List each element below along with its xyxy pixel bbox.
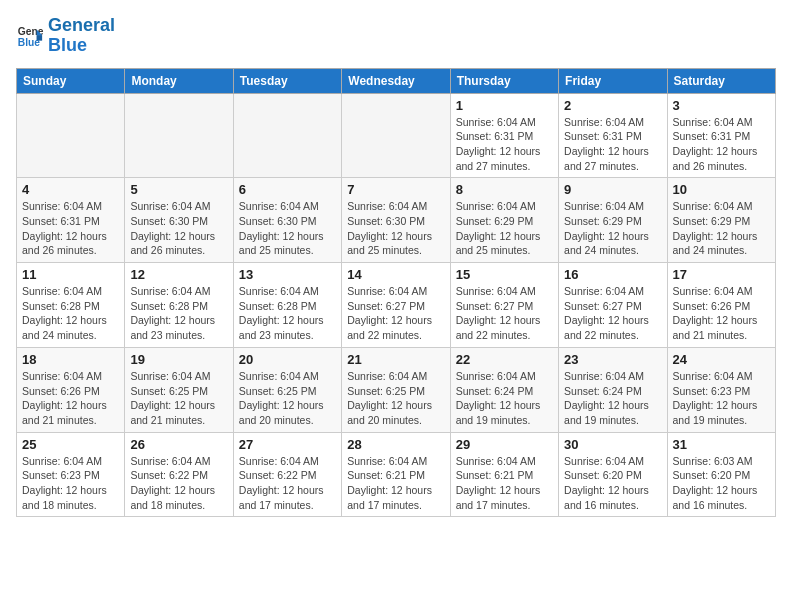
- day-info: Sunrise: 6:04 AMSunset: 6:28 PMDaylight:…: [239, 284, 336, 343]
- day-number: 11: [22, 267, 119, 282]
- page-header: General Blue General Blue: [16, 16, 776, 56]
- day-info: Sunrise: 6:04 AMSunset: 6:26 PMDaylight:…: [673, 284, 770, 343]
- weekday-header-monday: Monday: [125, 68, 233, 93]
- calendar-week-row: 1Sunrise: 6:04 AMSunset: 6:31 PMDaylight…: [17, 93, 776, 178]
- day-number: 12: [130, 267, 227, 282]
- calendar-cell: 30Sunrise: 6:04 AMSunset: 6:20 PMDayligh…: [559, 432, 667, 517]
- day-info: Sunrise: 6:04 AMSunset: 6:21 PMDaylight:…: [347, 454, 444, 513]
- day-info: Sunrise: 6:03 AMSunset: 6:20 PMDaylight:…: [673, 454, 770, 513]
- day-number: 2: [564, 98, 661, 113]
- day-number: 4: [22, 182, 119, 197]
- calendar-cell: [125, 93, 233, 178]
- day-info: Sunrise: 6:04 AMSunset: 6:21 PMDaylight:…: [456, 454, 553, 513]
- logo-text: General Blue: [48, 16, 115, 56]
- calendar-cell: 23Sunrise: 6:04 AMSunset: 6:24 PMDayligh…: [559, 347, 667, 432]
- day-info: Sunrise: 6:04 AMSunset: 6:30 PMDaylight:…: [239, 199, 336, 258]
- weekday-header-wednesday: Wednesday: [342, 68, 450, 93]
- weekday-header-thursday: Thursday: [450, 68, 558, 93]
- day-info: Sunrise: 6:04 AMSunset: 6:24 PMDaylight:…: [564, 369, 661, 428]
- day-number: 1: [456, 98, 553, 113]
- logo-icon: General Blue: [16, 22, 44, 50]
- day-info: Sunrise: 6:04 AMSunset: 6:31 PMDaylight:…: [456, 115, 553, 174]
- calendar-cell: 18Sunrise: 6:04 AMSunset: 6:26 PMDayligh…: [17, 347, 125, 432]
- calendar-cell: 21Sunrise: 6:04 AMSunset: 6:25 PMDayligh…: [342, 347, 450, 432]
- day-info: Sunrise: 6:04 AMSunset: 6:31 PMDaylight:…: [22, 199, 119, 258]
- day-number: 28: [347, 437, 444, 452]
- day-info: Sunrise: 6:04 AMSunset: 6:30 PMDaylight:…: [130, 199, 227, 258]
- calendar-cell: 16Sunrise: 6:04 AMSunset: 6:27 PMDayligh…: [559, 263, 667, 348]
- day-number: 18: [22, 352, 119, 367]
- calendar-cell: 12Sunrise: 6:04 AMSunset: 6:28 PMDayligh…: [125, 263, 233, 348]
- calendar-cell: 27Sunrise: 6:04 AMSunset: 6:22 PMDayligh…: [233, 432, 341, 517]
- calendar-cell: 25Sunrise: 6:04 AMSunset: 6:23 PMDayligh…: [17, 432, 125, 517]
- day-number: 26: [130, 437, 227, 452]
- calendar-cell: [342, 93, 450, 178]
- day-info: Sunrise: 6:04 AMSunset: 6:22 PMDaylight:…: [130, 454, 227, 513]
- day-number: 5: [130, 182, 227, 197]
- day-number: 27: [239, 437, 336, 452]
- day-number: 19: [130, 352, 227, 367]
- day-info: Sunrise: 6:04 AMSunset: 6:27 PMDaylight:…: [456, 284, 553, 343]
- day-info: Sunrise: 6:04 AMSunset: 6:22 PMDaylight:…: [239, 454, 336, 513]
- calendar-cell: 29Sunrise: 6:04 AMSunset: 6:21 PMDayligh…: [450, 432, 558, 517]
- day-number: 9: [564, 182, 661, 197]
- calendar-cell: 26Sunrise: 6:04 AMSunset: 6:22 PMDayligh…: [125, 432, 233, 517]
- logo: General Blue General Blue: [16, 16, 115, 56]
- day-info: Sunrise: 6:04 AMSunset: 6:23 PMDaylight:…: [673, 369, 770, 428]
- calendar-cell: 2Sunrise: 6:04 AMSunset: 6:31 PMDaylight…: [559, 93, 667, 178]
- weekday-header-row: SundayMondayTuesdayWednesdayThursdayFrid…: [17, 68, 776, 93]
- calendar-week-row: 11Sunrise: 6:04 AMSunset: 6:28 PMDayligh…: [17, 263, 776, 348]
- day-number: 6: [239, 182, 336, 197]
- day-number: 20: [239, 352, 336, 367]
- day-number: 10: [673, 182, 770, 197]
- day-info: Sunrise: 6:04 AMSunset: 6:25 PMDaylight:…: [239, 369, 336, 428]
- calendar-cell: 4Sunrise: 6:04 AMSunset: 6:31 PMDaylight…: [17, 178, 125, 263]
- calendar-cell: 20Sunrise: 6:04 AMSunset: 6:25 PMDayligh…: [233, 347, 341, 432]
- calendar-cell: [233, 93, 341, 178]
- day-info: Sunrise: 6:04 AMSunset: 6:29 PMDaylight:…: [456, 199, 553, 258]
- day-number: 25: [22, 437, 119, 452]
- day-number: 30: [564, 437, 661, 452]
- calendar-table: SundayMondayTuesdayWednesdayThursdayFrid…: [16, 68, 776, 518]
- day-number: 17: [673, 267, 770, 282]
- day-number: 8: [456, 182, 553, 197]
- calendar-cell: 7Sunrise: 6:04 AMSunset: 6:30 PMDaylight…: [342, 178, 450, 263]
- day-info: Sunrise: 6:04 AMSunset: 6:23 PMDaylight:…: [22, 454, 119, 513]
- day-info: Sunrise: 6:04 AMSunset: 6:29 PMDaylight:…: [673, 199, 770, 258]
- day-info: Sunrise: 6:04 AMSunset: 6:26 PMDaylight:…: [22, 369, 119, 428]
- svg-marker-3: [37, 35, 43, 41]
- day-number: 13: [239, 267, 336, 282]
- day-info: Sunrise: 6:04 AMSunset: 6:28 PMDaylight:…: [130, 284, 227, 343]
- weekday-header-sunday: Sunday: [17, 68, 125, 93]
- day-info: Sunrise: 6:04 AMSunset: 6:30 PMDaylight:…: [347, 199, 444, 258]
- calendar-week-row: 4Sunrise: 6:04 AMSunset: 6:31 PMDaylight…: [17, 178, 776, 263]
- day-info: Sunrise: 6:04 AMSunset: 6:31 PMDaylight:…: [673, 115, 770, 174]
- day-number: 29: [456, 437, 553, 452]
- weekday-header-friday: Friday: [559, 68, 667, 93]
- calendar-cell: 14Sunrise: 6:04 AMSunset: 6:27 PMDayligh…: [342, 263, 450, 348]
- day-info: Sunrise: 6:04 AMSunset: 6:25 PMDaylight:…: [130, 369, 227, 428]
- calendar-cell: 11Sunrise: 6:04 AMSunset: 6:28 PMDayligh…: [17, 263, 125, 348]
- day-number: 24: [673, 352, 770, 367]
- calendar-cell: 24Sunrise: 6:04 AMSunset: 6:23 PMDayligh…: [667, 347, 775, 432]
- calendar-week-row: 18Sunrise: 6:04 AMSunset: 6:26 PMDayligh…: [17, 347, 776, 432]
- day-number: 22: [456, 352, 553, 367]
- day-number: 3: [673, 98, 770, 113]
- day-number: 16: [564, 267, 661, 282]
- day-info: Sunrise: 6:04 AMSunset: 6:27 PMDaylight:…: [564, 284, 661, 343]
- calendar-cell: 5Sunrise: 6:04 AMSunset: 6:30 PMDaylight…: [125, 178, 233, 263]
- calendar-cell: 9Sunrise: 6:04 AMSunset: 6:29 PMDaylight…: [559, 178, 667, 263]
- day-info: Sunrise: 6:04 AMSunset: 6:27 PMDaylight:…: [347, 284, 444, 343]
- calendar-cell: 17Sunrise: 6:04 AMSunset: 6:26 PMDayligh…: [667, 263, 775, 348]
- day-number: 7: [347, 182, 444, 197]
- calendar-cell: 13Sunrise: 6:04 AMSunset: 6:28 PMDayligh…: [233, 263, 341, 348]
- day-number: 14: [347, 267, 444, 282]
- calendar-week-row: 25Sunrise: 6:04 AMSunset: 6:23 PMDayligh…: [17, 432, 776, 517]
- day-number: 21: [347, 352, 444, 367]
- day-number: 15: [456, 267, 553, 282]
- weekday-header-tuesday: Tuesday: [233, 68, 341, 93]
- day-info: Sunrise: 6:04 AMSunset: 6:25 PMDaylight:…: [347, 369, 444, 428]
- calendar-cell: 19Sunrise: 6:04 AMSunset: 6:25 PMDayligh…: [125, 347, 233, 432]
- day-info: Sunrise: 6:04 AMSunset: 6:28 PMDaylight:…: [22, 284, 119, 343]
- calendar-cell: 3Sunrise: 6:04 AMSunset: 6:31 PMDaylight…: [667, 93, 775, 178]
